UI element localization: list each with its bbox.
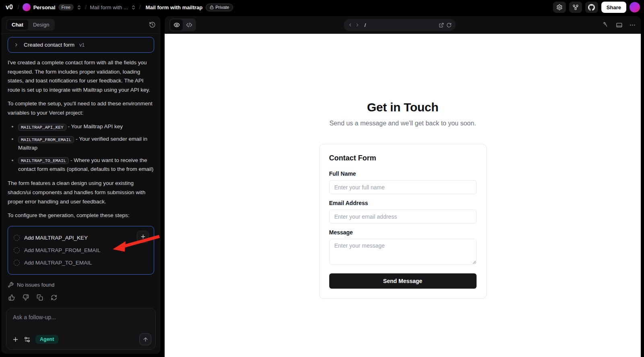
- team-name: Personal: [33, 4, 56, 10]
- thumbs-up-icon[interactable]: [8, 294, 15, 301]
- task-label: Add MAILTRAP_API_KEY: [24, 235, 88, 241]
- history-icon[interactable]: [149, 21, 156, 28]
- plan-badge: Free: [58, 4, 74, 10]
- task-row[interactable]: Add MAILTRAP_FROM_EMAIL: [14, 244, 148, 256]
- pending-circle-icon: [14, 247, 20, 253]
- user-avatar[interactable]: [630, 2, 640, 12]
- preview-panel: / Get in Touch Send us a message and we'…: [165, 16, 641, 357]
- wrench-icon: [8, 282, 14, 288]
- retry-icon[interactable]: [51, 294, 57, 301]
- share-button[interactable]: Share: [601, 2, 626, 13]
- rendered-page: Get in Touch Send us a message and we'll…: [165, 34, 641, 357]
- chat-panel: Chat Design Created contact form v1 I've…: [1, 16, 161, 354]
- open-external-icon[interactable]: [439, 23, 444, 28]
- copy-icon[interactable]: [37, 294, 43, 301]
- topbar-actions: Share: [553, 2, 640, 13]
- composer-toolbar: Agent: [6, 331, 155, 349]
- preview-mode-button[interactable]: [170, 19, 183, 31]
- git-fork-icon: [572, 4, 579, 10]
- url-path[interactable]: /: [365, 22, 436, 28]
- back-icon[interactable]: [348, 23, 353, 27]
- chevrons-up-down-icon[interactable]: [131, 5, 136, 10]
- attach-plus-icon[interactable]: [12, 336, 19, 343]
- more-options-icon[interactable]: [629, 22, 636, 29]
- gear-icon: [556, 4, 563, 10]
- contact-form-card: Contact Form Full Name Email Address Mes…: [319, 144, 487, 299]
- inspect-pointer-icon[interactable]: [603, 22, 609, 28]
- agent-mode-badge[interactable]: Agent: [35, 335, 58, 344]
- version-card-title: Created contact form: [24, 42, 74, 48]
- issues-status: No issues found: [8, 282, 154, 288]
- forward-icon[interactable]: [355, 23, 360, 27]
- composer-area: Agent: [1, 304, 161, 354]
- task-label: Add MAILTRAP_FROM_EMAIL: [24, 247, 101, 253]
- tab-chat[interactable]: Chat: [7, 20, 28, 30]
- thumbs-down-icon[interactable]: [23, 294, 29, 301]
- code-chip: MAILTRAP_API_KEY: [18, 124, 66, 131]
- breadcrumb-separator: /: [139, 4, 141, 10]
- preview-toolbar-actions: [603, 22, 636, 29]
- browser-frame-icon[interactable]: [616, 22, 623, 29]
- pending-circle-icon: [14, 260, 20, 266]
- task-label: Add MAILTRAP_TO_EMAIL: [24, 260, 92, 266]
- preview-url-bar[interactable]: /: [344, 19, 456, 31]
- follow-up-input[interactable]: [6, 308, 155, 329]
- top-bar: v0 / Personal Free / Mail form with ... …: [0, 0, 644, 14]
- settings-button[interactable]: [553, 2, 566, 13]
- chat-messages: Created contact form v1 I've created a c…: [1, 34, 161, 304]
- version-tag: v1: [79, 42, 85, 48]
- project-switcher[interactable]: Mail form with ...: [90, 4, 136, 10]
- project-breadcrumb: Mail form with ...: [90, 4, 128, 10]
- panel-tabs: Chat Design: [6, 19, 55, 31]
- team-avatar: [23, 3, 31, 11]
- env-var-item: MAILTRAP_FROM_EMAIL - Your verified send…: [10, 135, 154, 152]
- add-env-var-button[interactable]: [137, 231, 149, 243]
- email-input[interactable]: [329, 209, 477, 224]
- pending-circle-icon: [14, 235, 20, 241]
- task-row[interactable]: Add MAILTRAP_TO_EMAIL: [14, 256, 148, 269]
- form-title: Contact Form: [329, 154, 477, 162]
- lock-icon: [210, 5, 214, 9]
- team-switcher[interactable]: Personal Free: [23, 3, 82, 11]
- privacy-badge-label: Private: [215, 5, 229, 10]
- send-message-button[interactable]: [139, 333, 151, 345]
- eye-icon: [173, 22, 180, 28]
- email-label: Email Address: [329, 200, 477, 206]
- breadcrumb-separator: /: [18, 4, 19, 10]
- assistant-message: I've created a complete contact form wit…: [8, 58, 154, 220]
- send-message-submit-button[interactable]: Send Message: [329, 273, 477, 289]
- sliders-icon[interactable]: [24, 336, 31, 343]
- feedback-toolbar: [8, 294, 154, 301]
- setup-tasks-card: Add MAILTRAP_API_KEY Add MAILTRAP_FROM_E…: [8, 226, 154, 275]
- plus-icon: [140, 234, 146, 240]
- task-row[interactable]: Add MAILTRAP_API_KEY: [14, 232, 148, 244]
- message-paragraph: To configure the generation, complete th…: [8, 211, 154, 220]
- code-mode-button[interactable]: [183, 19, 195, 31]
- arrow-up-icon: [142, 336, 149, 343]
- env-var-description: - Your Mailtrap API key: [66, 123, 123, 129]
- code-chip: MAILTRAP_FROM_EMAIL: [18, 136, 74, 143]
- full-name-input[interactable]: [329, 180, 477, 194]
- refresh-icon[interactable]: [446, 23, 452, 28]
- message-label: Message: [329, 229, 477, 236]
- version-card[interactable]: Created contact form v1: [8, 37, 154, 53]
- v0-logo[interactable]: v0: [4, 4, 14, 11]
- preview-toolbar: /: [165, 16, 641, 34]
- message-paragraph: I've created a complete contact form wit…: [8, 58, 154, 94]
- breadcrumb-separator: /: [85, 4, 87, 10]
- chevrons-up-down-icon[interactable]: [76, 5, 82, 10]
- message-paragraph: To complete the setup, you'll need to ad…: [8, 99, 154, 117]
- env-var-item: MAILTRAP_API_KEY - Your Mailtrap API key: [10, 122, 154, 131]
- page-heading: Get in Touch: [367, 101, 439, 114]
- tab-design[interactable]: Design: [28, 20, 54, 30]
- composer[interactable]: Agent: [6, 308, 156, 350]
- code-chip: MAILTRAP_TO_EMAIL: [18, 157, 69, 164]
- chat-header: Chat Design: [1, 16, 161, 34]
- github-icon: [588, 4, 595, 11]
- fork-button[interactable]: [569, 2, 582, 13]
- privacy-badge[interactable]: Private: [206, 4, 233, 11]
- chevron-right-icon: [14, 42, 19, 47]
- github-button[interactable]: [585, 2, 598, 13]
- message-input[interactable]: [329, 239, 477, 265]
- message-paragraph: The form features a clean design using y…: [8, 179, 154, 206]
